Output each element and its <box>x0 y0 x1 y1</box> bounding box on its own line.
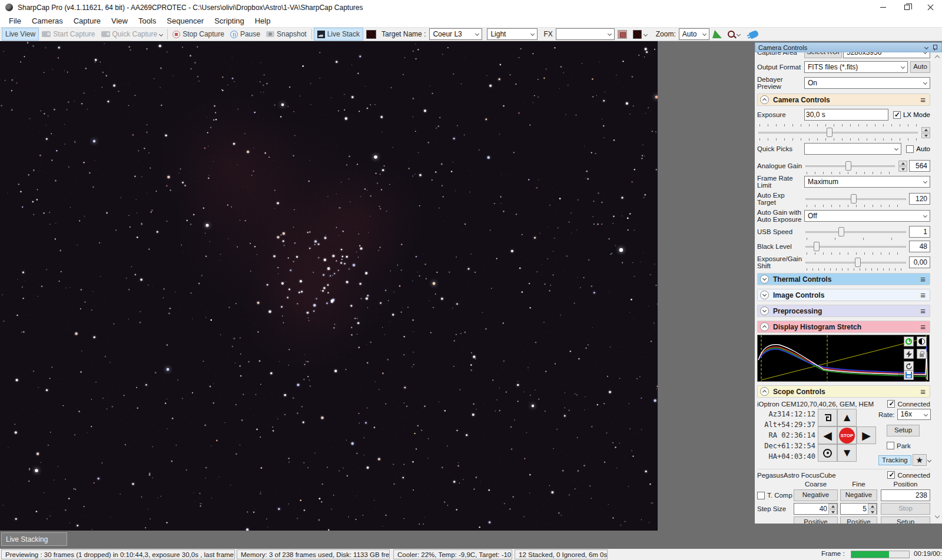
slider-thumb[interactable] <box>838 227 844 236</box>
hamburger-icon[interactable]: ≡ <box>920 292 926 298</box>
tracking-button[interactable]: Tracking <box>878 455 911 465</box>
expand-icon[interactable] <box>760 306 769 315</box>
preview-thumbnail[interactable] <box>363 28 379 41</box>
slider-thumb[interactable] <box>845 161 851 171</box>
exposure-input[interactable]: 30,0 s <box>804 109 888 121</box>
output-format-combobox[interactable]: FITS files (*.fits) <box>804 61 908 73</box>
slider-thumb[interactable] <box>855 258 861 267</box>
histogram-toggle[interactable] <box>709 28 725 41</box>
scope-connected-checkbox[interactable] <box>887 400 895 408</box>
select-roi-button[interactable]: Select ROI <box>804 52 842 58</box>
hamburger-icon[interactable]: ≡ <box>920 276 926 282</box>
dark-frame-thumbnail[interactable] <box>630 28 650 41</box>
exposure-gain-shift-value[interactable]: 0,00 <box>909 256 930 268</box>
hamburger-icon[interactable]: ≡ <box>920 324 926 330</box>
chevron-down-icon[interactable] <box>927 458 931 462</box>
section-image-controls[interactable]: Image Controls ≡ <box>757 289 930 301</box>
live-view-button[interactable]: Live View <box>2 28 39 41</box>
coarse-positive-button[interactable]: Positive <box>794 516 838 524</box>
exposure-spinner[interactable] <box>921 127 930 138</box>
menu-sequencer[interactable]: Sequencer <box>161 15 209 26</box>
snapshot-button[interactable]: Snapshot <box>263 28 310 41</box>
target-name-combobox[interactable]: Coeur L3 <box>429 28 482 40</box>
slew-stop-button[interactable]: STOP <box>837 426 857 444</box>
slider-thumb[interactable] <box>851 194 857 204</box>
start-capture-button[interactable]: Start Capture <box>39 28 98 41</box>
section-scope-controls[interactable]: Scope Controls ≡ <box>757 385 930 398</box>
auto-gain-combobox[interactable]: Off <box>804 210 930 222</box>
chevron-down-icon[interactable] <box>924 45 928 49</box>
panel-scrollbar[interactable] <box>932 52 942 524</box>
fine-step-spinner[interactable]: 5 <box>840 503 877 515</box>
slew-left-button[interactable]: ◀ <box>818 426 837 444</box>
stretch-auto-button[interactable] <box>904 336 914 346</box>
menu-view[interactable]: View <box>106 15 133 26</box>
menu-cameras[interactable]: Cameras <box>26 15 68 26</box>
coarse-negative-button[interactable]: Negative <box>794 489 838 501</box>
stretch-boost-button[interactable] <box>904 349 914 359</box>
collapse-icon[interactable] <box>760 95 769 104</box>
slider-thumb[interactable] <box>814 242 820 251</box>
scroll-down-icon[interactable] <box>934 512 940 519</box>
live-stack-button[interactable]: Live Stack <box>314 28 363 41</box>
capture-area-combobox[interactable]: 5280x3956 <box>843 52 930 58</box>
scope-setup-button[interactable]: Setup <box>887 425 920 436</box>
expand-icon[interactable] <box>760 291 769 299</box>
slider-thumb[interactable] <box>827 128 832 137</box>
minimize-button[interactable] <box>871 0 895 15</box>
fine-negative-button[interactable]: Negative <box>840 489 877 501</box>
pin-icon[interactable] <box>933 45 937 51</box>
coarse-step-spinner[interactable]: 40 <box>794 503 838 515</box>
exposure-gain-shift-slider[interactable] <box>804 256 907 268</box>
stop-capture-button[interactable]: Stop Capture <box>170 28 227 41</box>
frame-type-combobox[interactable]: Light Frames <box>487 28 538 40</box>
expand-icon[interactable] <box>760 275 769 284</box>
menu-scripting[interactable]: Scripting <box>209 15 250 26</box>
reticle-toggle[interactable] <box>725 28 743 41</box>
section-preprocessing[interactable]: Preprocessing ≡ <box>757 305 930 317</box>
slew-up-button[interactable]: ▲ <box>837 409 857 426</box>
slew-down-button[interactable]: ▼ <box>837 444 857 462</box>
zoom-combobox[interactable]: Auto <box>679 28 709 40</box>
live-stacking-tab[interactable]: Live Stacking <box>1 532 67 546</box>
collapse-icon[interactable] <box>760 387 769 396</box>
lx-mode-checkbox[interactable] <box>893 111 901 119</box>
park-checkbox[interactable] <box>887 442 894 449</box>
hardware-connect-button[interactable] <box>747 28 761 41</box>
menu-tools[interactable]: Tools <box>133 15 161 26</box>
menu-capture[interactable]: Capture <box>68 15 106 26</box>
auto-exp-target-value[interactable]: 120 <box>909 193 930 205</box>
stretch-contrast-button[interactable] <box>917 336 927 346</box>
analogue-gain-value[interactable]: 564 <box>909 160 930 172</box>
focuser-stop-button[interactable]: Stop <box>881 503 930 515</box>
analogue-gain-slider[interactable] <box>804 160 896 172</box>
section-thermal-controls[interactable]: Thermal Controls ≡ <box>757 273 930 285</box>
slew-right-button[interactable]: ▶ <box>857 426 876 444</box>
output-format-auto-button[interactable]: Auto <box>910 61 930 73</box>
hamburger-icon[interactable]: ≡ <box>920 389 926 395</box>
quick-capture-button[interactable]: Quick Capture <box>98 28 166 41</box>
scroll-up-icon[interactable] <box>934 54 940 61</box>
restore-button[interactable] <box>895 0 918 15</box>
rate-combobox[interactable]: 16x <box>897 409 931 420</box>
fx-combobox[interactable] <box>556 28 615 40</box>
auto-exp-target-slider[interactable] <box>804 193 907 205</box>
panel-title-bar[interactable]: Camera Controls <box>755 42 942 52</box>
usb-speed-value[interactable]: 1 <box>909 226 930 238</box>
goto-target-button[interactable] <box>818 444 837 462</box>
focuser-setup-button[interactable]: Setup <box>881 516 930 524</box>
stretch-lock-button[interactable] <box>917 349 927 359</box>
spiral-search-button[interactable] <box>818 409 837 426</box>
quick-picks-auto-checkbox[interactable] <box>906 145 914 153</box>
hamburger-icon[interactable]: ≡ <box>920 308 926 314</box>
black-level-slider[interactable] <box>804 241 907 252</box>
menu-file[interactable]: File <box>4 15 26 26</box>
section-camera-controls[interactable]: Camera Controls ≡ <box>757 94 930 106</box>
histogram-display[interactable] <box>757 335 930 382</box>
usb-speed-slider[interactable] <box>804 226 907 238</box>
analogue-gain-spinner[interactable] <box>898 161 907 172</box>
hamburger-icon[interactable]: ≡ <box>920 97 926 103</box>
debayer-preview-combobox[interactable]: On <box>804 77 930 89</box>
roi-preview[interactable] <box>615 28 630 41</box>
quick-picks-combobox[interactable] <box>804 143 901 155</box>
